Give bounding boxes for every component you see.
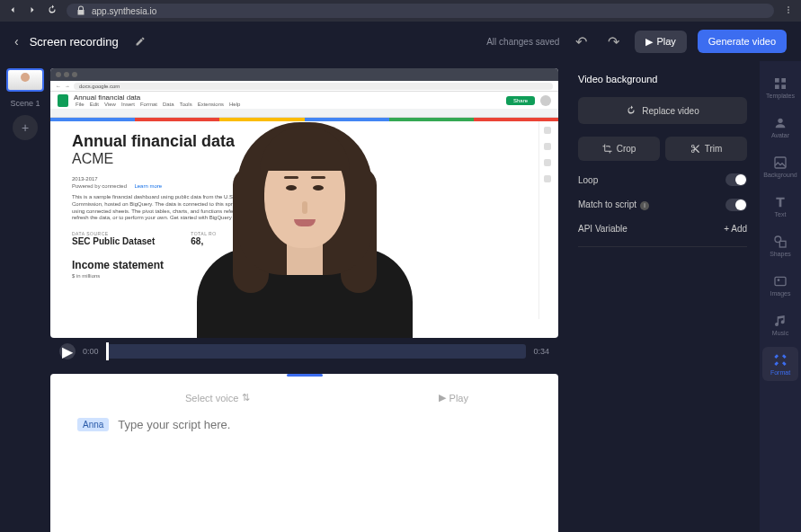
forward-icon[interactable] (27, 3, 38, 19)
shapes-icon (773, 235, 788, 249)
redo-icon[interactable]: ↷ (602, 31, 624, 52)
more-icon[interactable] (783, 3, 794, 19)
edit-title-icon[interactable] (129, 31, 151, 52)
recorded-window-chrome (50, 68, 558, 81)
save-status: All changes saved (486, 37, 559, 47)
rail-templates[interactable]: Templates (762, 70, 798, 104)
page-title: Screen recording (30, 35, 119, 49)
scenes-panel: Scene 1 + (0, 61, 50, 532)
play-icon: ▶ (439, 392, 446, 403)
add-api-variable-button[interactable]: + Add (724, 224, 747, 234)
svg-rect-10 (779, 241, 786, 247)
trim-button[interactable]: Trim (665, 137, 747, 161)
share-button: Share (506, 96, 535, 105)
reload-icon[interactable] (47, 3, 58, 19)
playback-time-end: 0:34 (533, 347, 549, 356)
properties-title: Video background (578, 74, 747, 84)
chevron-updown-icon: ⇅ (242, 392, 250, 403)
avatar-icon (773, 116, 788, 130)
browser-chrome: app.synthesia.io (0, 0, 801, 22)
api-variable-row: API Variable + Add (578, 224, 747, 234)
rail-images[interactable]: Images (762, 268, 798, 302)
playback-track[interactable] (106, 344, 527, 359)
playback-time-start: 0:00 (83, 347, 99, 356)
svg-rect-4 (781, 78, 786, 83)
text-icon (773, 195, 788, 209)
svg-rect-6 (781, 84, 786, 89)
scene-label: Scene 1 (10, 99, 40, 108)
images-icon (773, 274, 788, 288)
svg-rect-3 (775, 78, 779, 83)
playback-bar: ▶ 0:00 0:34 (50, 338, 558, 365)
scissors-icon (690, 144, 700, 154)
svg-point-1 (788, 9, 789, 11)
divider (578, 246, 747, 247)
loop-toggle[interactable] (725, 173, 747, 186)
lock-icon (76, 5, 86, 16)
templates-icon (773, 76, 788, 91)
back-button[interactable]: ‹ (14, 34, 19, 49)
play-icon: ▶ (645, 36, 653, 48)
select-voice-dropdown[interactable]: Select voice ⇅ (185, 392, 250, 403)
rail-format[interactable]: Format (762, 347, 798, 381)
canvas-area: ←→ docs.google.com Annual financial data… (50, 61, 565, 532)
rail-shapes[interactable]: Shapes (762, 228, 798, 262)
url-text: app.synthesia.io (92, 6, 156, 16)
sheets-icon (58, 94, 68, 107)
svg-rect-11 (775, 277, 786, 285)
match-script-row: Match to scripti (578, 199, 747, 211)
generate-video-button[interactable]: Generate video (698, 30, 787, 53)
scene-thumbnail[interactable] (6, 68, 44, 92)
play-button[interactable]: ▶ Play (635, 31, 686, 53)
music-icon (773, 314, 788, 328)
properties-panel: Video background Replace video Crop Trim… (565, 61, 760, 532)
app-header: ‹ Screen recording All changes saved ↶ ↷… (0, 22, 801, 61)
script-input[interactable] (118, 418, 531, 431)
tab-indicator (287, 374, 323, 377)
script-play-button[interactable]: ▶ Play (439, 392, 468, 403)
svg-point-2 (788, 12, 789, 13)
video-canvas[interactable]: ←→ docs.google.com Annual financial data… (50, 68, 558, 338)
info-icon[interactable]: i (640, 201, 649, 210)
format-icon (773, 353, 788, 368)
user-avatar (540, 95, 551, 106)
crop-button[interactable]: Crop (578, 137, 660, 161)
rail-music[interactable]: Music (762, 307, 798, 341)
loop-row: Loop (578, 173, 747, 186)
script-panel: Select voice ⇅ ▶ Play Anna (50, 374, 558, 532)
crop-icon (602, 144, 612, 154)
svg-point-7 (778, 118, 782, 122)
background-icon (773, 155, 788, 170)
rail-avatar[interactable]: Avatar (762, 110, 798, 144)
svg-rect-8 (775, 157, 786, 168)
script-speaker-chip[interactable]: Anna (77, 418, 109, 431)
match-script-toggle[interactable] (725, 199, 747, 211)
rail-text[interactable]: Text (762, 189, 798, 223)
svg-rect-5 (775, 84, 779, 89)
undo-icon[interactable]: ↶ (570, 31, 592, 52)
recorded-url-row: ←→ docs.google.com (50, 81, 558, 92)
replace-icon (626, 105, 636, 116)
playback-play-button[interactable]: ▶ (59, 343, 76, 359)
add-scene-button[interactable]: + (13, 115, 38, 140)
avatar-presenter[interactable] (188, 104, 422, 338)
right-rail: Templates Avatar Background Text Shapes … (760, 61, 801, 532)
svg-point-0 (788, 6, 789, 8)
playback-handle[interactable] (106, 342, 109, 360)
back-icon[interactable] (7, 3, 18, 19)
svg-point-12 (778, 279, 780, 281)
replace-video-button[interactable]: Replace video (578, 97, 747, 124)
url-bar[interactable]: app.synthesia.io (67, 4, 774, 18)
rail-background[interactable]: Background (762, 149, 798, 183)
